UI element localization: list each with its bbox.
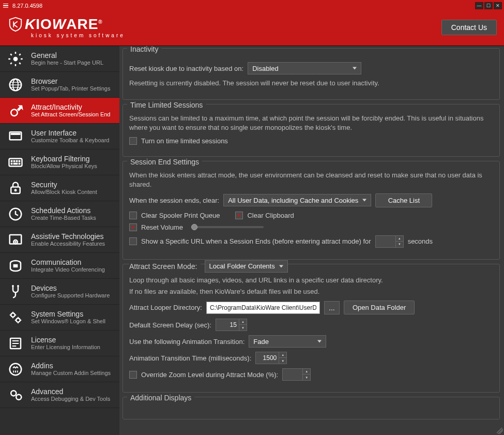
sidebar-icon (5, 50, 26, 68)
attract-mode-dropdown[interactable]: Local Folder Contents (205, 260, 288, 273)
sidebar-item-assistive-technologies[interactable]: Assistive TechnologiesEnable Accessibili… (0, 227, 119, 253)
svg-rect-4 (11, 133, 20, 134)
spin-down[interactable]: ▼ (279, 358, 286, 364)
svg-point-22 (11, 313, 15, 317)
svg-point-0 (13, 57, 18, 61)
sidebar-item-sub: Set Popup/Tab, Printer Settings (31, 85, 110, 92)
sidebar-item-security[interactable]: SecurityAllow/Block Kiosk Content (0, 175, 119, 201)
sidebar-item-title: System Settings (31, 310, 105, 318)
browse-button[interactable]: ... (324, 301, 340, 314)
show-url-seconds-input[interactable] (375, 235, 396, 248)
clear-spooler-checkbox[interactable] (129, 212, 137, 219)
sidebar-item-license[interactable]: LicenseEnter Licensing Information (0, 331, 119, 356)
svg-point-20 (12, 285, 14, 287)
sidebar-item-sub: Allow/Block Kiosk Content (31, 189, 97, 196)
sidebar-item-sub: Begin here - Start Page URL (31, 59, 103, 66)
sidebar-item-sub: Create Time-Based Tasks (31, 215, 96, 221)
sidebar-item-title: Addins (31, 362, 111, 370)
transition-label: Use the following Animation Transition: (129, 338, 245, 346)
cache-list-button[interactable]: Cache List (375, 193, 432, 207)
sidebar-item-sub: Enable Accessibility Features (31, 241, 105, 247)
svg-point-23 (16, 318, 20, 322)
delay-input[interactable] (216, 319, 239, 331)
sidebar-item-advanced[interactable]: AdvancedAccess Debugging & Dev Tools (0, 382, 119, 408)
sidebar-item-communication[interactable]: CommunicationIntegrate Video Conferencin… (0, 253, 119, 279)
svg-rect-7 (13, 160, 15, 162)
sidebar-icon (5, 335, 26, 352)
menu-icon[interactable] (2, 3, 9, 9)
sidebar-icon (5, 386, 26, 404)
transition-dropdown[interactable]: Fade (249, 335, 326, 348)
sidebar-item-user-interface[interactable]: User InterfaceCustomize Toolbar & Keyboa… (0, 124, 119, 149)
sidebar-icon (5, 257, 26, 275)
sidebar: GeneralBegin here - Start Page URLBrowse… (0, 46, 119, 435)
sidebar-item-devices[interactable]: DevicesConfigure Supported Hardware (0, 279, 119, 305)
override-zoom-label: Override Zoom Level during Attract Mode … (141, 371, 278, 379)
sidebar-item-system-settings[interactable]: System SettingsSet Windows® Logon & Shel… (0, 305, 119, 331)
sidebar-icon (5, 231, 26, 249)
spin-down[interactable]: ▼ (303, 374, 310, 380)
close-button[interactable]: ✕ (494, 2, 502, 9)
sidebar-icon (5, 154, 26, 171)
panel-title: Additional Displays (127, 394, 194, 402)
override-zoom-checkbox[interactable] (129, 371, 137, 379)
spin-down[interactable]: ▼ (239, 325, 247, 331)
show-url-checkbox[interactable] (129, 237, 137, 245)
shield-icon (7, 17, 24, 34)
sidebar-item-title: License (31, 336, 100, 344)
svg-rect-10 (11, 163, 12, 164)
minimize-button[interactable]: — (475, 2, 483, 9)
time-limited-checkbox[interactable] (129, 137, 137, 145)
open-data-folder-button[interactable]: Open Data Folder (344, 301, 415, 314)
sidebar-icon (5, 283, 26, 301)
panel-title: Inactivity (127, 46, 161, 53)
sidebar-item-addins[interactable]: AddinsManage Custom Addin Settings (0, 356, 119, 382)
sidebar-item-title: Browser (31, 77, 110, 85)
spin-up[interactable]: ▲ (396, 236, 403, 242)
attract-dir-label: Attract Looper Directory: (129, 304, 202, 311)
svg-point-27 (16, 394, 21, 399)
reset-basis-label: Reset kiosk due to inactivity based on: (129, 65, 243, 72)
svg-rect-6 (11, 160, 12, 162)
reset-volume-slider[interactable] (191, 226, 264, 228)
spin-up[interactable]: ▲ (239, 319, 247, 325)
sidebar-item-general[interactable]: GeneralBegin here - Start Page URL (0, 46, 119, 72)
svg-rect-12 (19, 163, 20, 164)
content-area: Inactivity Reset kiosk due to inactivity… (119, 46, 504, 435)
svg-point-14 (14, 189, 17, 191)
time-limited-desc: Sessions can be limited to a maximum tim… (129, 114, 493, 132)
sidebar-icon (5, 76, 26, 94)
spin-up[interactable]: ▲ (279, 352, 286, 358)
sidebar-item-keyboard-filtering[interactable]: Keyboard FilteringBlock/Allow Physical K… (0, 149, 119, 175)
svg-rect-9 (19, 160, 20, 162)
session-clear-dropdown[interactable]: All User Data, including Cache and Cooki… (223, 194, 371, 206)
contact-us-button[interactable]: Contact Us (441, 20, 497, 35)
clear-clipboard-checkbox[interactable] (235, 212, 243, 219)
reset-volume-checkbox[interactable] (129, 223, 137, 231)
sidebar-item-sub: Manage Custom Addin Settings (31, 370, 111, 377)
sidebar-item-sub: Customize Toolbar & Keyboard (31, 137, 109, 144)
svg-point-18 (15, 241, 17, 243)
logo-subtitle: kiosk system software (31, 33, 125, 38)
time-limited-checkbox-label: Turn on time limited sessions (141, 137, 228, 145)
delay-label: Default Screen Delay (sec): (129, 321, 211, 329)
transition-time-input[interactable] (255, 352, 279, 364)
sidebar-icon (5, 205, 26, 223)
header-bar: KIOWARE® kiosk system software Contact U… (0, 11, 504, 46)
sidebar-item-title: General (31, 51, 103, 59)
sidebar-item-attract-inactivity[interactable]: Attract/InactivitySet Attract Screen/Ses… (0, 98, 119, 124)
sidebar-item-browser[interactable]: BrowserSet Popup/Tab, Printer Settings (0, 72, 119, 98)
session-end-desc: When the kiosk enters attract mode, the … (129, 171, 493, 189)
resize-grip[interactable] (497, 428, 503, 434)
spin-up[interactable]: ▲ (303, 369, 310, 374)
sidebar-item-title: Assistive Technologies (31, 232, 105, 241)
spin-down[interactable]: ▼ (396, 242, 403, 247)
panel-title: Attract Screen Mode: (129, 262, 201, 271)
sidebar-item-scheduled-actions[interactable]: Scheduled ActionsCreate Time-Based Tasks (0, 201, 119, 227)
sidebar-item-title: Devices (31, 284, 110, 292)
override-zoom-input[interactable] (282, 368, 303, 381)
maximize-button[interactable]: ☐ (484, 2, 493, 9)
reset-basis-dropdown[interactable]: Disabled (248, 62, 361, 74)
attract-dir-input[interactable] (206, 302, 320, 314)
sidebar-item-sub: Configure Supported Hardware (31, 292, 110, 299)
